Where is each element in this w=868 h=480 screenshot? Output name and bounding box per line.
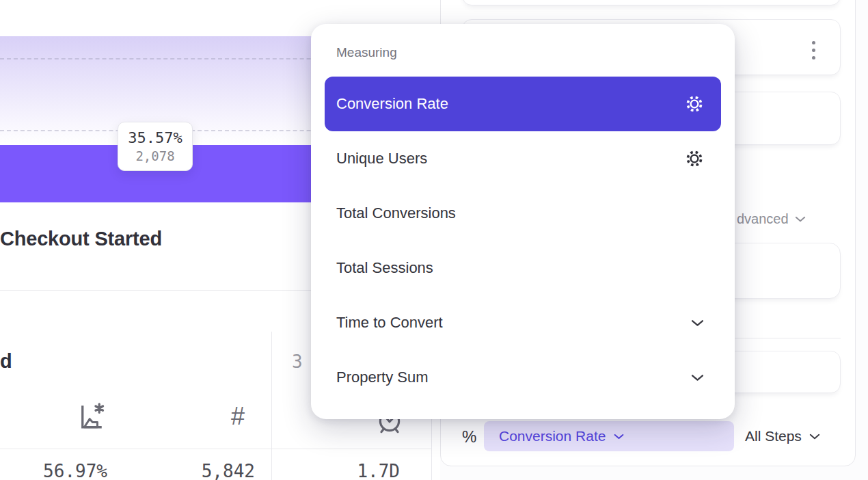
tooltip-rate: 35.57% [128, 129, 182, 146]
menu-item-label: Time to Convert [336, 314, 691, 332]
gear-icon[interactable] [685, 94, 704, 114]
measuring-chip-label: Conversion Rate [499, 428, 606, 444]
menu-item-time-to-convert[interactable]: Time to Convert [311, 295, 735, 350]
table-step-number-partial: 3 [292, 351, 303, 372]
steps-scope-dropdown[interactable]: All Steps [745, 421, 820, 451]
measuring-dropdown: Measuring Conversion Rate Unique Users T… [311, 24, 735, 419]
menu-item-label: Total Sessions [336, 259, 704, 277]
measuring-chip[interactable]: Conversion Rate [484, 421, 734, 451]
funnel-builder-screen: 35.57% 2,078 Checkout Started d 3 # 56.9… [0, 0, 868, 480]
table-cell-conversion-rate: 56.97% [0, 461, 107, 480]
steps-scope-label: All Steps [745, 428, 802, 444]
percent-symbol: % [462, 427, 476, 446]
step-title: Checkout Started [0, 228, 162, 250]
advanced-label: dvanced [737, 211, 789, 227]
gear-icon[interactable] [685, 149, 704, 168]
chevron-down-icon [691, 374, 704, 382]
table-step-label-partial: d [0, 350, 12, 373]
dropdown-header: Measuring [336, 45, 397, 60]
chevron-down-icon [691, 319, 704, 327]
chevron-down-icon [614, 434, 624, 440]
menu-item-label: Unique Users [336, 150, 685, 168]
menu-item-label: Conversion Rate [336, 95, 685, 113]
menu-item-unique-users[interactable]: Unique Users [311, 131, 735, 186]
table-column-divider [271, 332, 272, 480]
table-cell-count: 5,842 [173, 461, 255, 480]
menu-item-property-sum[interactable]: Property Sum [311, 350, 735, 405]
conversion-rate-icon[interactable] [77, 401, 105, 431]
chevron-down-icon [795, 216, 806, 222]
builder-row-card[interactable] [462, 0, 841, 5]
menu-item-total-conversions[interactable]: Total Conversions [311, 186, 735, 241]
menu-item-total-sessions[interactable]: Total Sessions [311, 241, 735, 295]
bar-tooltip: 35.57% 2,078 [118, 122, 193, 171]
menu-item-conversion-rate[interactable]: Conversion Rate [325, 77, 721, 131]
table-cell-time: 1.7D [320, 461, 400, 480]
count-icon[interactable]: # [231, 404, 245, 429]
kebab-menu-icon[interactable] [812, 41, 815, 59]
menu-item-label: Total Conversions [336, 204, 704, 222]
advanced-toggle[interactable]: dvanced [737, 211, 806, 227]
menu-item-label: Property Sum [336, 369, 691, 386]
chevron-down-icon [809, 434, 820, 440]
tooltip-count: 2,078 [135, 148, 174, 163]
table-row-divider [0, 449, 431, 449]
